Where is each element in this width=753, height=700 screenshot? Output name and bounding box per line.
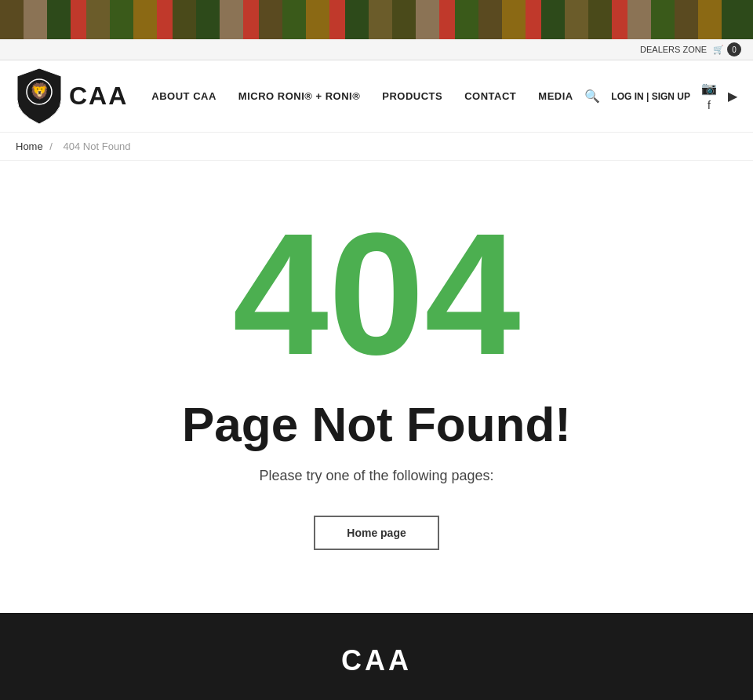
nav-about-caa[interactable]: ABOUT CAA [151, 90, 216, 102]
logo-link[interactable]: 🦁 CAA [16, 67, 128, 126]
camo-banner-top [0, 0, 753, 39]
youtube-icon[interactable]: ▶ [728, 89, 737, 104]
footer-logo-text: CAA [341, 644, 412, 676]
breadcrumb: Home / 404 Not Found [0, 133, 753, 161]
svg-text:🦁: 🦁 [30, 82, 49, 100]
nav-media[interactable]: MEDIA [538, 90, 573, 102]
error-title: Page Not Found! [16, 396, 737, 452]
error-number: 404 [16, 208, 737, 381]
auth-link[interactable]: LOG IN | SIGN UP [611, 91, 690, 102]
breadcrumb-separator: / [49, 140, 53, 152]
nav-right: 🔍 LOG IN | SIGN UP 📷 f ▶ [584, 81, 737, 111]
nav-contact[interactable]: CONTACT [464, 90, 516, 102]
navbar: 🦁 CAA ABOUT CAA Micro RONI® + RONI® PROD… [0, 60, 753, 133]
footer: CAA CONTACT / SHIPPING & RETURNS / TERMS… [0, 613, 753, 700]
dealers-bar: DEALERS ZONE 🛒 0 [0, 39, 753, 60]
breadcrumb-home[interactable]: Home [16, 140, 43, 152]
home-page-button[interactable]: Home page [314, 516, 438, 550]
error-subtitle: Please try one of the following pages: [16, 468, 737, 484]
nav-micro-roni[interactable]: Micro RONI® + RONI® [238, 90, 360, 102]
search-icon[interactable]: 🔍 [584, 89, 600, 104]
dealers-zone-label: DEALERS ZONE [640, 45, 707, 54]
facebook-icon[interactable]: f [708, 99, 711, 111]
logo-shield-icon: 🦁 [16, 67, 63, 126]
error-section: 404 Page Not Found! Please try one of th… [0, 161, 753, 613]
cart-icon-box[interactable]: 🛒 0 [713, 42, 741, 57]
cart-icon: 🛒 [713, 45, 724, 55]
nav-links: ABOUT CAA Micro RONI® + RONI® PRODUCTS C… [151, 90, 584, 102]
cart-count: 0 [727, 42, 741, 57]
breadcrumb-current: 404 Not Found [64, 140, 131, 152]
instagram-icon[interactable]: 📷 [701, 81, 717, 96]
logo-text: CAA [69, 82, 128, 111]
footer-logo: CAA [16, 644, 737, 677]
nav-products[interactable]: PRODUCTS [382, 90, 442, 102]
